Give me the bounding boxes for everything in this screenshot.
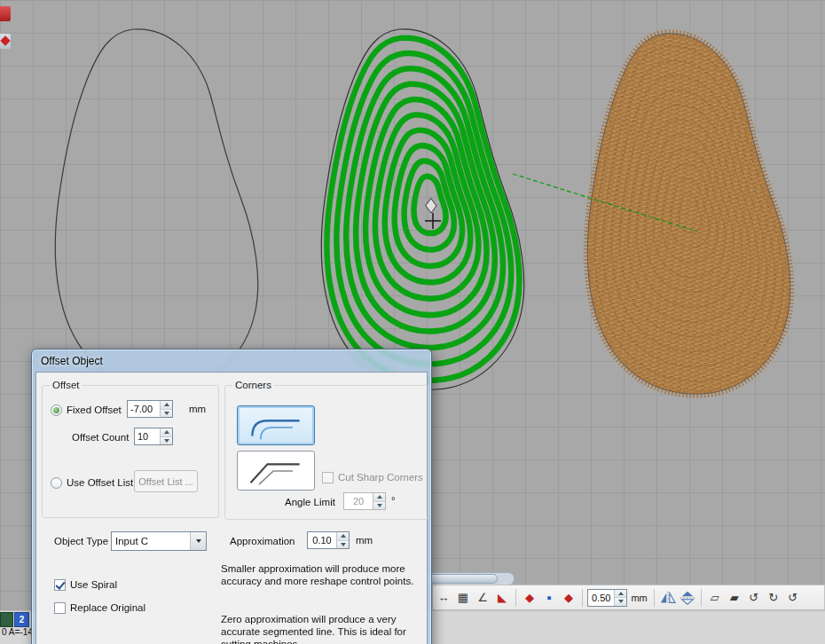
outline-shape[interactable] xyxy=(55,29,257,389)
approximation-down-button[interactable] xyxy=(337,540,349,549)
rotate-ccw-icon[interactable]: ↺ xyxy=(745,589,763,607)
offset-object-dialog: Offset Object Offset Fixed Offset -7.00 … xyxy=(31,349,432,644)
offset-list-button: Offset List ... xyxy=(134,470,198,492)
cut-sharp-corners-label: Cut Sharp Corners xyxy=(338,472,423,483)
offset-count-spinner[interactable]: 10 xyxy=(134,428,173,445)
angle-limit-label: Angle Limit xyxy=(285,497,335,507)
cut-sharp-corners-checkbox xyxy=(322,472,334,483)
approximation-note: Smaller approximation will produce more … xyxy=(221,562,427,587)
fixed-offset-value: -7.00 xyxy=(128,401,160,417)
chevron-down-icon[interactable] xyxy=(190,532,206,550)
use-spiral-checkbox[interactable] xyxy=(54,579,66,591)
grid-icon[interactable]: ▦ xyxy=(454,589,472,607)
toolbar-separator xyxy=(701,589,702,607)
left-toolbar-icon-red[interactable] xyxy=(0,6,11,21)
rotate-cw-icon[interactable]: ↻ xyxy=(765,589,782,607)
application-window: ↔ ▦ ∠ ◣ ◆ ▪ ◆ 0.50 mm xyxy=(0,0,825,644)
fixed-offset-down-button[interactable] xyxy=(161,409,172,418)
offset-group-label: Offset xyxy=(50,380,82,390)
grid-size-down-button[interactable] xyxy=(615,597,626,606)
fixed-offset-spinner[interactable]: -7.00 xyxy=(127,400,173,418)
object-type-label: Object Type xyxy=(54,536,108,546)
measure-icon[interactable]: ↔ xyxy=(435,589,452,607)
use-offset-list-label: Use Offset List xyxy=(67,477,133,488)
offset-preview-shape[interactable] xyxy=(321,29,523,389)
approximation-spinner[interactable]: 0.10 xyxy=(307,531,350,549)
round-corners-button[interactable] xyxy=(237,405,315,445)
approximation-label: Approximation xyxy=(230,536,295,546)
offset-count-down-button[interactable] xyxy=(161,436,172,445)
sharp-corner-icon xyxy=(242,455,310,487)
grid-size-unit: mm xyxy=(629,593,648,603)
dialog-title-bar[interactable]: Offset Object xyxy=(35,349,428,372)
angle-limit-spinner: 20 xyxy=(343,492,386,510)
angle-limit-down-button xyxy=(373,501,385,510)
object-type-value: Input C xyxy=(112,532,190,550)
page-tab-icon[interactable] xyxy=(0,612,13,627)
approximation-up-button[interactable] xyxy=(337,532,349,540)
crosshair-cursor xyxy=(425,213,441,229)
toolbar-separator xyxy=(515,589,516,607)
skew-horizontal-icon[interactable]: ▱ xyxy=(706,589,724,607)
fixed-offset-unit: mm xyxy=(189,404,206,414)
horizontal-scrollbar-thumb[interactable] xyxy=(427,574,498,584)
blue-node-icon[interactable]: ▪ xyxy=(540,589,558,607)
status-coordinates: 0 A=-14 xyxy=(2,627,33,637)
round-corner-icon xyxy=(242,410,310,442)
fixed-offset-radio[interactable] xyxy=(51,404,62,416)
corners-group-label: Corners xyxy=(232,380,274,390)
flip-horizontal-icon[interactable] xyxy=(659,589,677,607)
offset-count-value: 10 xyxy=(135,428,160,444)
skew-vertical-icon[interactable]: ▰ xyxy=(726,589,743,607)
object-type-combobox[interactable]: Input C xyxy=(111,531,207,551)
angle-limit-value: 20 xyxy=(344,493,373,509)
use-spiral-label: Use Spiral xyxy=(70,579,117,590)
fixed-offset-label: Fixed Offset xyxy=(67,404,122,415)
dialog-body: Offset Fixed Offset -7.00 mm Offset Coun… xyxy=(35,372,428,644)
left-toolbar-icon-diamond[interactable] xyxy=(0,34,11,49)
use-offset-list-radio[interactable] xyxy=(51,477,62,489)
stitch-preview-shape[interactable] xyxy=(587,34,790,394)
offset-count-label: Offset Count xyxy=(72,432,129,443)
angle-limit-up-button xyxy=(373,493,385,501)
red-node-icon[interactable]: ◆ xyxy=(560,589,578,607)
grid-size-spinner[interactable]: 0.50 xyxy=(587,589,627,607)
replace-original-label: Replace Original xyxy=(70,602,145,613)
corner-tool-icon[interactable]: ◣ xyxy=(493,589,511,607)
page-tabs: 2 xyxy=(0,612,29,627)
toolbar-separator xyxy=(582,589,583,607)
red-diamond-icon[interactable]: ◆ xyxy=(521,589,538,607)
toolbar-separator xyxy=(654,589,655,607)
angle-limit-unit: ° xyxy=(391,495,396,506)
zero-approximation-note: Zero approximation will produce a very a… xyxy=(221,613,427,644)
rotate-more-icon[interactable]: ↺ xyxy=(784,589,802,607)
bottom-toolbar: ↔ ▦ ∠ ◣ ◆ ▪ ◆ 0.50 mm xyxy=(432,585,825,610)
offset-count-up-button[interactable] xyxy=(161,428,172,436)
sharp-corners-button[interactable] xyxy=(237,451,315,491)
grid-size-up-button[interactable] xyxy=(615,590,626,598)
grid-size-value: 0.50 xyxy=(588,590,614,606)
approximation-value: 0.10 xyxy=(308,532,336,548)
center-node xyxy=(426,199,436,213)
flip-vertical-icon[interactable] xyxy=(679,589,696,607)
dialog-title: Offset Object xyxy=(41,355,103,367)
approximation-unit: mm xyxy=(356,535,373,546)
replace-original-checkbox[interactable] xyxy=(54,602,66,614)
angle-icon[interactable]: ∠ xyxy=(474,589,491,607)
page-tab-2[interactable]: 2 xyxy=(14,612,29,627)
fixed-offset-up-button[interactable] xyxy=(161,401,172,409)
